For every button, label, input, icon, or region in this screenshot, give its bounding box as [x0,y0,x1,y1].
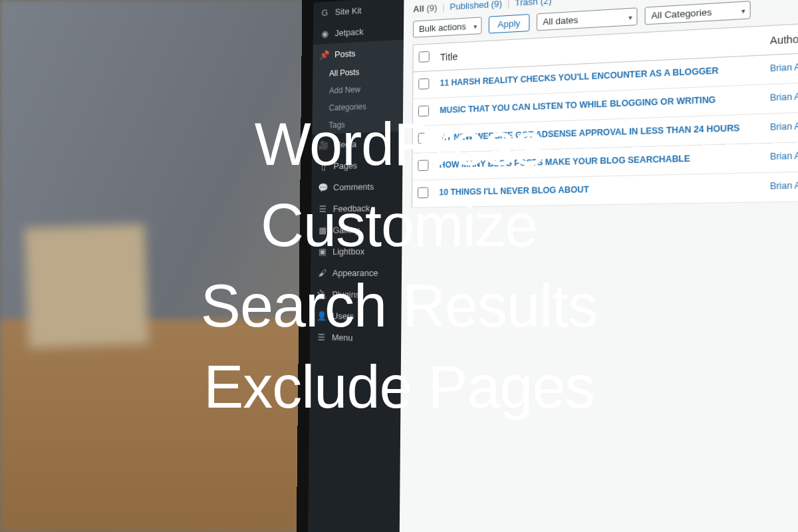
overlay-line: Exclude Pages [203,354,594,420]
overlay-line: Search Results [201,273,597,339]
overlay-line: Customize [261,192,537,259]
overlay-heading: WordPress Customize Search Results Exclu… [201,104,597,428]
title-overlay: WordPress Customize Search Results Exclu… [0,0,798,532]
overlay-line: WordPress [255,111,543,178]
